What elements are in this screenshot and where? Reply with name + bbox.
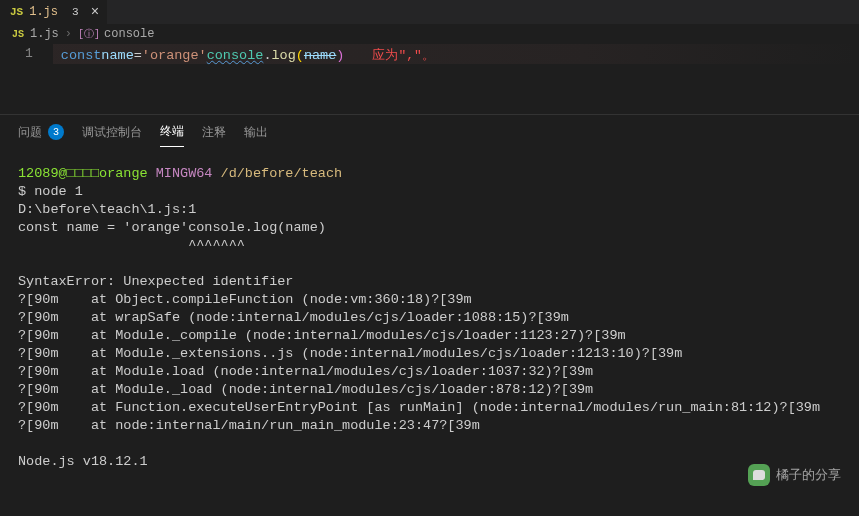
tab-output[interactable]: 输出	[244, 124, 268, 147]
symbol-method-icon: [ⓘ]	[78, 27, 100, 41]
terminal-command: node 1	[34, 184, 83, 199]
terminal-output-line: const name = 'orange'console.log(name)	[18, 220, 326, 235]
editor-area[interactable]: 1 const name = 'orange'console.log(name)…	[0, 44, 859, 114]
js-file-icon: JS	[12, 29, 24, 40]
terminal-output-line: ^^^^^^^	[18, 238, 245, 253]
terminal-cwd: /d/before/teach	[221, 166, 343, 181]
token-variable: name	[101, 48, 133, 63]
chevron-right-icon: ›	[65, 27, 72, 41]
terminal-output-line: ?[90m at wrapSafe (node:internal/modules…	[18, 310, 569, 325]
terminal-output-line: ?[90m at node:internal/main/run_main_mod…	[18, 418, 480, 433]
tab-comments[interactable]: 注释	[202, 124, 226, 147]
token-paren: (	[296, 48, 304, 63]
tab-terminal[interactable]: 终端	[160, 123, 184, 147]
terminal-output-line: D:\before\teach\1.js:1	[18, 202, 196, 217]
tab-debug-console[interactable]: 调试控制台	[82, 124, 142, 147]
terminal-output-line: ?[90m at Object.compileFunction (node:vm…	[18, 292, 472, 307]
inline-error-hint: 应为","。	[372, 46, 434, 64]
breadcrumb[interactable]: JS 1.js › [ⓘ] console	[0, 24, 859, 44]
breadcrumb-symbol-label: console	[104, 27, 154, 41]
tab-problems[interactable]: 问题 3	[18, 124, 64, 147]
close-icon[interactable]: ×	[91, 4, 99, 20]
token-paren: )	[336, 48, 344, 63]
terminal-output-line: ?[90m at Module._load (node:internal/mod…	[18, 382, 593, 397]
token-function: log	[272, 48, 296, 63]
terminal-output-line: ?[90m at Module._compile (node:internal/…	[18, 328, 626, 343]
token-parameter: name	[304, 48, 336, 63]
watermark-text: 橘子的分享	[776, 466, 841, 484]
js-file-icon: JS	[10, 6, 23, 18]
terminal-output-line: ?[90m at Module._extensions..js (node:in…	[18, 346, 682, 361]
wechat-icon	[748, 464, 770, 486]
terminal-output-line: SyntaxError: Unexpected identifier	[18, 274, 293, 289]
tab-dirty-count: 3	[72, 6, 79, 18]
terminal-shell: MINGW64	[156, 166, 213, 181]
terminal-output-line: ?[90m at Module.load (node:internal/modu…	[18, 364, 593, 379]
terminal-user: 12089@□□□□orange	[18, 166, 148, 181]
token-string: 'orange'	[142, 48, 207, 63]
bottom-panel: 问题 3 调试控制台 终端 注释 输出 12089@□□□□orange MIN…	[0, 114, 859, 487]
editor-tab[interactable]: JS 1.js 3 ×	[0, 0, 107, 24]
problems-badge: 3	[48, 124, 64, 140]
tab-filename: 1.js	[29, 5, 58, 19]
breadcrumb-symbol[interactable]: [ⓘ] console	[78, 27, 154, 41]
breadcrumb-file: 1.js	[30, 27, 59, 41]
watermark: 橘子的分享	[748, 464, 841, 486]
token-operator: =	[134, 48, 142, 63]
terminal-output-line: Node.js v18.12.1	[18, 454, 148, 469]
code-line[interactable]: const name = 'orange'console.log(name) 应…	[53, 44, 859, 64]
tab-problems-label: 问题	[18, 124, 42, 141]
panel-tab-bar: 问题 3 调试控制台 终端 注释 输出	[0, 115, 859, 149]
terminal-output-line: ?[90m at Function.executeUserEntryPoint …	[18, 400, 820, 415]
line-number-gutter: 1	[0, 44, 53, 114]
token-keyword: const	[61, 48, 102, 63]
terminal-content[interactable]: 12089@□□□□orange MINGW64 /d/before/teach…	[0, 149, 859, 487]
terminal-prompt-symbol: $	[18, 184, 26, 199]
line-number: 1	[25, 46, 33, 61]
tab-bar: JS 1.js 3 ×	[0, 0, 859, 24]
token-object: console	[207, 48, 264, 63]
